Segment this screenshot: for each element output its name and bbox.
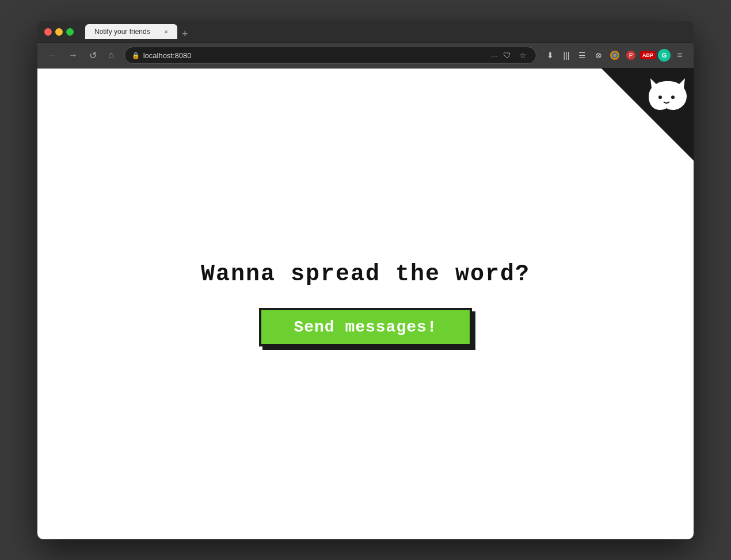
page-headline: Wanna spread the word? bbox=[201, 261, 530, 287]
lock-icon: 🔒 bbox=[132, 52, 140, 59]
grammarly-badge[interactable]: G bbox=[658, 49, 671, 62]
address-bar[interactable]: 🔒 localhost:8080 ··· 🛡 ☆ bbox=[124, 47, 536, 64]
close-traffic-light[interactable] bbox=[44, 28, 52, 36]
svg-point-5 bbox=[658, 96, 662, 99]
tab-title: Notify your friends bbox=[94, 28, 150, 36]
bookmark-icon[interactable]: ☆ bbox=[517, 48, 529, 62]
reader-icon[interactable]: ☰ bbox=[576, 48, 589, 62]
browser-window: Notify your friends × + ← → ↺ ⌂ 🔒 localh… bbox=[37, 21, 694, 539]
new-tab-button[interactable]: + bbox=[177, 29, 193, 39]
forward-button[interactable]: → bbox=[65, 48, 81, 63]
nav-bar: ← → ↺ ⌂ 🔒 localhost:8080 ··· 🛡 ☆ ⬇ ||| ☰… bbox=[37, 43, 694, 68]
firefox-icon[interactable] bbox=[608, 48, 622, 62]
tab-bar: Notify your friends × + bbox=[85, 24, 687, 39]
corner-decoration bbox=[601, 68, 694, 161]
title-bar: Notify your friends × + bbox=[37, 21, 694, 43]
url-display: localhost:8080 bbox=[143, 51, 488, 60]
adblock-badge[interactable]: ABP bbox=[640, 51, 656, 59]
shield-icon[interactable]: 🛡 bbox=[501, 48, 513, 62]
minimize-traffic-light[interactable] bbox=[55, 28, 63, 36]
pocket-icon[interactable]: P bbox=[624, 48, 638, 62]
send-messages-button[interactable]: Send messages! bbox=[259, 308, 471, 346]
active-tab[interactable]: Notify your friends × bbox=[85, 24, 177, 39]
svg-text:P: P bbox=[629, 52, 633, 59]
cat-icon bbox=[648, 75, 688, 122]
library-icon[interactable]: ||| bbox=[559, 48, 573, 62]
toolbar-right: ⬇ ||| ☰ ⊗ P ABP G ≡ bbox=[543, 48, 687, 62]
download-icon[interactable]: ⬇ bbox=[543, 48, 557, 62]
menu-button[interactable]: ≡ bbox=[673, 48, 687, 62]
main-content: Wanna spread the word? Send messages! bbox=[201, 261, 530, 346]
reload-button[interactable]: ↺ bbox=[86, 48, 100, 63]
protection-icon[interactable]: ⊗ bbox=[592, 48, 606, 62]
tab-close-button[interactable]: × bbox=[165, 28, 168, 35]
svg-point-6 bbox=[671, 96, 675, 99]
corner-triangle bbox=[601, 68, 694, 161]
content-area: Wanna spread the word? Send messages! bbox=[37, 68, 694, 539]
home-button[interactable]: ⌂ bbox=[105, 48, 117, 63]
address-more-icon[interactable]: ··· bbox=[491, 51, 497, 60]
maximize-traffic-light[interactable] bbox=[66, 28, 74, 36]
traffic-lights bbox=[44, 28, 74, 36]
back-button[interactable]: ← bbox=[44, 48, 60, 63]
svg-point-2 bbox=[613, 54, 616, 57]
